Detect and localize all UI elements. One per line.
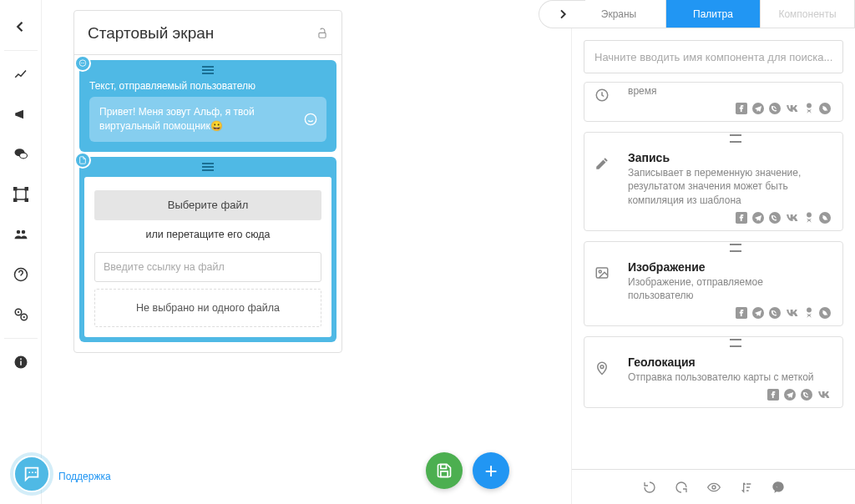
- unlock-icon[interactable]: [316, 27, 328, 40]
- svg-point-8: [21, 230, 25, 234]
- svg-point-50: [712, 486, 716, 489]
- image-icon: [594, 265, 610, 280]
- svg-rect-23: [441, 465, 447, 469]
- palette-item-desc: Записывает в переменную значение, резуль…: [628, 166, 831, 207]
- svg-point-44: [807, 308, 812, 313]
- support-link[interactable]: Поддержка: [58, 471, 111, 482]
- svg-rect-2: [16, 189, 26, 199]
- megaphone-icon[interactable]: [1, 94, 41, 134]
- search-input[interactable]: [584, 40, 843, 73]
- palette-list: времяЗаписьЗаписывает в переменную значе…: [572, 82, 855, 469]
- preview-icon[interactable]: [706, 481, 721, 494]
- palette-item-title: Изображение: [628, 260, 831, 274]
- svg-point-1: [19, 153, 27, 159]
- pin-icon: [594, 360, 610, 375]
- chart-icon[interactable]: [1, 54, 41, 94]
- undo-icon[interactable]: [643, 481, 656, 494]
- collapse-panel-button[interactable]: [539, 0, 585, 28]
- channel-icons: [628, 307, 831, 319]
- svg-point-26: [32, 471, 33, 473]
- drag-handle-icon[interactable]: [628, 138, 831, 149]
- svg-rect-5: [13, 199, 16, 201]
- screen-header: Стартовый экран: [74, 11, 341, 55]
- drag-hint-text: или перетащите его сюда: [94, 229, 321, 240]
- tabs-row: Экраны Палитра Компоненты: [572, 0, 855, 28]
- svg-point-36: [769, 212, 781, 224]
- emoji-picker-icon[interactable]: [301, 110, 320, 129]
- screen-card[interactable]: Стартовый экран Текст, отправляемый поль…: [73, 10, 342, 353]
- palette-item[interactable]: ГеолокацияОтправка пользователю карты с …: [584, 336, 843, 408]
- svg-point-46: [600, 365, 604, 369]
- svg-point-25: [28, 471, 30, 473]
- info-icon[interactable]: [1, 342, 41, 382]
- file-url-input[interactable]: [94, 252, 321, 282]
- screen-title: Стартовый экран: [88, 24, 214, 43]
- tab-palette[interactable]: Палитра: [666, 0, 761, 28]
- text-message-input[interactable]: Привет! Меня зовут Альф, я твой виртуаль…: [89, 97, 326, 142]
- text-component-label: Текст, отправляемый пользователю: [89, 80, 326, 92]
- drag-handle-icon[interactable]: [84, 157, 331, 177]
- file-icon: [74, 152, 91, 169]
- svg-rect-3: [13, 188, 16, 190]
- clock-icon: [594, 88, 610, 103]
- footer-toolbar: [572, 469, 855, 504]
- comments-icon[interactable]: [1, 134, 41, 174]
- svg-point-32: [807, 103, 812, 108]
- text-component[interactable]: Текст, отправляемый пользователю Привет!…: [79, 60, 336, 152]
- channel-icons: [628, 103, 831, 114]
- tab-components[interactable]: Компоненты: [761, 0, 855, 28]
- palette-item-desc: Изображение, отправляемое пользователю: [628, 275, 831, 302]
- sort-icon[interactable]: [740, 481, 753, 494]
- svg-point-43: [769, 307, 781, 319]
- pencil-icon: [594, 156, 610, 171]
- palette-item-title: Геолокация: [628, 355, 831, 369]
- choose-file-button[interactable]: Выберите файл: [94, 190, 321, 220]
- svg-point-22: [305, 113, 316, 124]
- messenger-icon[interactable]: [772, 481, 785, 494]
- svg-point-49: [801, 389, 812, 401]
- palette-item-title: Запись: [628, 151, 831, 164]
- redo-icon[interactable]: [675, 481, 688, 494]
- no-files-text: Не выбрано ни одного файла: [94, 289, 321, 327]
- palette-item-desc: Отправка пользователю карты с меткой: [628, 370, 831, 384]
- svg-point-37: [807, 212, 812, 217]
- users-icon[interactable]: [1, 214, 41, 255]
- channel-icons: [628, 212, 831, 224]
- save-button[interactable]: [426, 452, 463, 489]
- svg-point-27: [35, 471, 37, 473]
- palette-item[interactable]: время: [584, 82, 843, 122]
- svg-point-31: [769, 103, 781, 114]
- help-icon[interactable]: [1, 255, 41, 295]
- right-panel: Экраны Палитра Компоненты времяЗаписьЗап…: [571, 0, 855, 504]
- add-button[interactable]: +: [473, 452, 509, 489]
- drag-handle-icon[interactable]: [89, 60, 326, 80]
- frame-icon[interactable]: [1, 174, 41, 214]
- svg-point-40: [599, 270, 601, 273]
- svg-rect-17: [319, 33, 326, 38]
- svg-point-13: [23, 316, 24, 318]
- chat-widget-button[interactable]: [13, 456, 50, 492]
- svg-rect-4: [25, 188, 28, 190]
- file-component[interactable]: Выберите файл или перетащите его сюда Не…: [79, 157, 336, 342]
- palette-item[interactable]: ИзображениеИзображение, отправляемое пол…: [584, 241, 843, 326]
- canvas-area: Стартовый экран Текст, отправляемый поль…: [42, 0, 518, 504]
- chat-icon: [74, 55, 91, 72]
- drag-handle-icon[interactable]: [628, 247, 831, 259]
- svg-point-11: [17, 311, 18, 313]
- svg-rect-6: [25, 199, 28, 201]
- svg-rect-24: [441, 471, 448, 477]
- gears-icon[interactable]: [1, 295, 41, 335]
- palette-item[interactable]: ЗаписьЗаписывает в переменную значение, …: [584, 132, 843, 231]
- channel-icons: [628, 389, 831, 401]
- svg-rect-15: [20, 361, 22, 365]
- left-rail: [0, 0, 42, 504]
- svg-point-16: [20, 358, 22, 360]
- palette-item-desc: время: [628, 84, 831, 98]
- tab-screens[interactable]: Экраны: [572, 0, 666, 28]
- svg-point-7: [16, 230, 20, 234]
- back-icon[interactable]: [1, 7, 41, 47]
- drag-handle-icon[interactable]: [628, 342, 831, 354]
